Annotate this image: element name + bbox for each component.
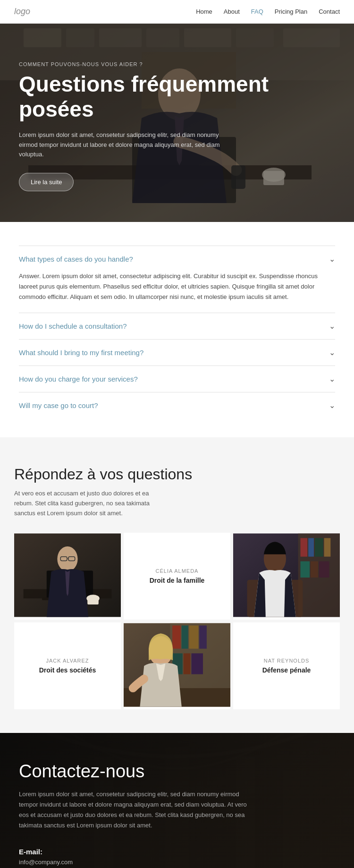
team-photo-5 — [124, 622, 230, 707]
faq-item-3: What should I bring to my first meeting?… — [19, 339, 335, 366]
hero-subtitle: COMMENT POUVONS-NOUS VOUS AIDER ? — [19, 61, 335, 67]
faq-question-text-2: How do I schedule a consultation? — [19, 322, 126, 330]
team-member-role-jack: Droit des sociétés — [39, 666, 96, 674]
svg-rect-25 — [87, 596, 99, 604]
hero-cta-button[interactable]: Lire la suite — [19, 173, 74, 191]
team-card-jack-info: JACK ALVAREZ Droit des sociétés — [32, 650, 104, 681]
team-member-name-jack: JACK ALVAREZ — [39, 658, 96, 664]
team-card-celia-info: CÉLIA ALMEDA Droit de la famille — [142, 561, 212, 592]
team-grid: CÉLIA ALMEDA Droit de la famille — [14, 533, 340, 709]
svg-rect-31 — [324, 538, 331, 556]
contact-email-label: E-mail: — [19, 848, 335, 856]
hero-section: COMMENT POUVONS-NOUS VOUS AIDER ? Questi… — [0, 24, 354, 222]
team-card-photo-left — [14, 533, 121, 620]
nav-about[interactable]: About — [224, 8, 240, 15]
team-member-role-nat: Défense pénale — [262, 666, 311, 674]
chevron-down-icon-3: ⌄ — [329, 348, 335, 357]
svg-rect-30 — [315, 538, 323, 556]
faq-question-text-1: What types of cases do you handle? — [19, 255, 133, 263]
hero-description: Lorem ipsum dolor sit amet, consetetur s… — [19, 130, 227, 160]
contact-title: Contactez-nous — [19, 761, 335, 782]
team-card-nat-info: NAT REYNOLDS Défense pénale — [255, 650, 319, 681]
nav-pricing[interactable]: Pricing Plan — [275, 8, 307, 15]
logo: logo — [14, 7, 30, 17]
team-card-photo-right — [233, 533, 340, 620]
team-member-name-nat: NAT REYNOLDS — [262, 658, 311, 664]
team-member-role-celia: Droit de la famille — [150, 577, 205, 584]
team-card-nat: NAT REYNOLDS Défense pénale — [233, 622, 340, 709]
faq-section: What types of cases do you handle? ⌄ Ans… — [0, 222, 354, 437]
svg-rect-29 — [308, 538, 314, 556]
svg-rect-45 — [191, 653, 203, 674]
nav-links: Home About FAQ Pricing Plan Contact — [196, 8, 340, 15]
team-card-jack: JACK ALVAREZ Droit des sociétés — [14, 622, 121, 709]
team-card-photo-center — [124, 622, 230, 709]
hero-title: Questions fréquemment posées — [19, 72, 335, 122]
faq-item-5: Will my case go to court? ⌄ — [19, 392, 335, 418]
svg-rect-39 — [172, 625, 181, 648]
team-photo-3 — [233, 533, 340, 618]
chevron-down-icon-4: ⌄ — [329, 374, 335, 383]
team-title: Répondez à vos questions — [14, 466, 340, 483]
svg-rect-42 — [199, 625, 207, 648]
team-photo-1 — [14, 533, 121, 618]
svg-rect-28 — [300, 538, 307, 556]
contact-section: Contactez-nous Lorem ipsum dolor sit ame… — [0, 733, 354, 868]
nav-contact[interactable]: Contact — [319, 8, 340, 15]
team-member-name-celia: CÉLIA ALMEDA — [150, 568, 205, 574]
svg-rect-32 — [300, 561, 310, 577]
team-description: At vero eos et accusam et justo duo dolo… — [14, 489, 165, 518]
team-section: Répondez à vos questions At vero eos et … — [0, 437, 354, 732]
nav-faq[interactable]: FAQ — [251, 8, 263, 15]
faq-answer-1: Answer. Lorem ipsum dolor sit amet, cons… — [19, 271, 335, 304]
svg-rect-41 — [189, 625, 199, 648]
chevron-down-icon-1: ⌄ — [329, 255, 335, 264]
faq-question-4[interactable]: How do you charge for your services? ⌄ — [19, 374, 335, 383]
contact-content: Contactez-nous Lorem ipsum dolor sit ame… — [19, 761, 335, 868]
team-card-celia: CÉLIA ALMEDA Droit de la famille — [124, 533, 230, 620]
chevron-down-icon-5: ⌄ — [329, 401, 335, 410]
faq-question-text-4: How do you charge for your services? — [19, 375, 138, 383]
svg-rect-44 — [184, 653, 191, 674]
navbar: logo Home About FAQ Pricing Plan Contact — [0, 0, 354, 24]
faq-item-4: How do you charge for your services? ⌄ — [19, 366, 335, 392]
chevron-down-icon-2: ⌄ — [329, 322, 335, 331]
faq-question-text-3: What should I bring to my first meeting? — [19, 349, 143, 357]
faq-question-3[interactable]: What should I bring to my first meeting?… — [19, 348, 335, 357]
hero-content: COMMENT POUVONS-NOUS VOUS AIDER ? Questi… — [0, 24, 354, 210]
svg-rect-34 — [319, 561, 329, 577]
faq-question-text-5: Will my case go to court? — [19, 401, 98, 409]
nav-home[interactable]: Home — [196, 8, 212, 15]
svg-rect-40 — [182, 625, 188, 648]
faq-question-5[interactable]: Will my case go to court? ⌄ — [19, 401, 335, 410]
svg-rect-33 — [311, 561, 318, 577]
contact-description: Lorem ipsum dolor sit amet, consetetur s… — [19, 789, 255, 831]
contact-email-value: info@company.com — [19, 859, 335, 866]
faq-question-2[interactable]: How do I schedule a consultation? ⌄ — [19, 322, 335, 331]
faq-question-1[interactable]: What types of cases do you handle? ⌄ — [19, 255, 335, 264]
faq-item-2: How do I schedule a consultation? ⌄ — [19, 313, 335, 339]
faq-item-1: What types of cases do you handle? ⌄ Ans… — [19, 246, 335, 313]
